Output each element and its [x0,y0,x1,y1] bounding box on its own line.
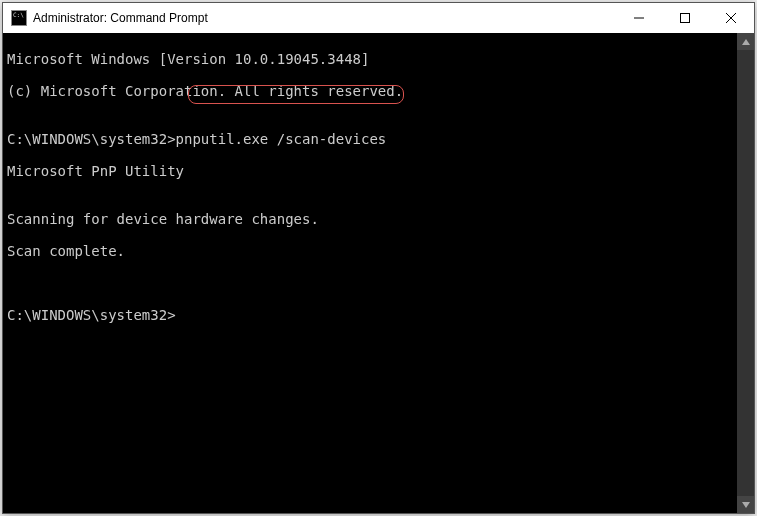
scroll-up-button[interactable] [737,33,754,50]
chevron-up-icon [742,39,750,45]
output-line: Microsoft Windows [Version 10.0.19045.34… [7,51,733,67]
svg-marker-4 [742,39,750,45]
prompt-line-current[interactable]: C:\WINDOWS\system32> [7,307,733,323]
cmd-icon [11,10,27,26]
window-controls [616,3,754,33]
svg-rect-1 [681,14,690,23]
maximize-icon [680,13,690,23]
output-line: Scan complete. [7,243,733,259]
close-button[interactable] [708,3,754,33]
scroll-down-button[interactable] [737,496,754,513]
titlebar[interactable]: Administrator: Command Prompt [3,3,754,33]
body-area: Microsoft Windows [Version 10.0.19045.34… [3,33,754,513]
window-title: Administrator: Command Prompt [33,11,208,25]
prompt-line: C:\WINDOWS\system32>pnputil.exe /scan-de… [7,131,733,147]
minimize-icon [634,13,644,23]
maximize-button[interactable] [662,3,708,33]
vertical-scrollbar[interactable] [737,33,754,513]
output-line: Microsoft PnP Utility [7,163,733,179]
minimize-button[interactable] [616,3,662,33]
terminal-output[interactable]: Microsoft Windows [Version 10.0.19045.34… [3,33,737,513]
close-icon [725,12,737,24]
output-line: (c) Microsoft Corporation. All rights re… [7,83,733,99]
prompt-prefix: C:\WINDOWS\system32> [7,131,176,147]
command-prompt-window: Administrator: Command Prompt Microsoft … [2,2,755,514]
svg-marker-5 [742,502,750,508]
output-line: Scanning for device hardware changes. [7,211,733,227]
entered-command: pnputil.exe /scan-devices [176,131,387,147]
chevron-down-icon [742,502,750,508]
